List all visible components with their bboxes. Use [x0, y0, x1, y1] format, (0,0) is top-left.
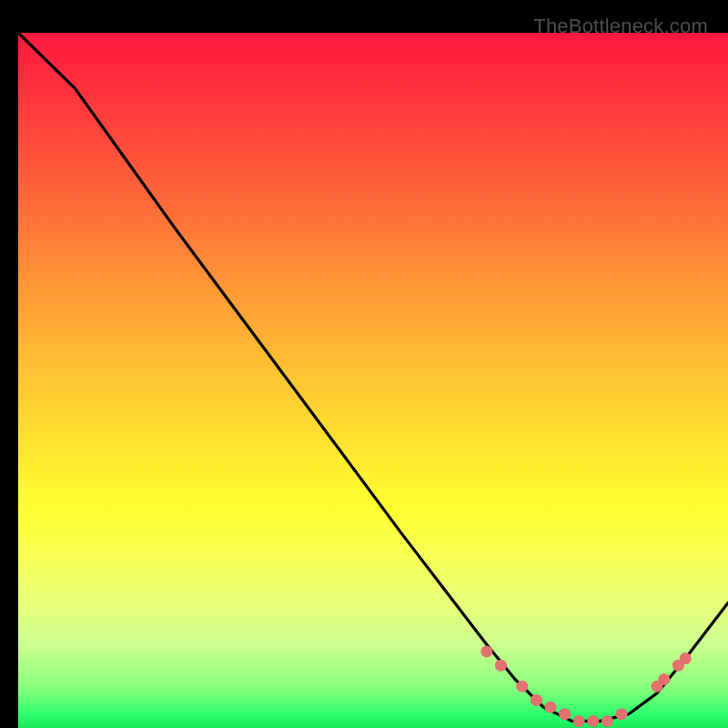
chart-markers — [480, 646, 691, 727]
chart-frame: TheBottleneck.com — [9, 9, 719, 719]
data-marker — [616, 708, 628, 720]
data-marker — [495, 660, 507, 672]
data-marker — [516, 681, 528, 693]
data-marker — [531, 694, 542, 706]
data-marker — [545, 702, 557, 713]
data-marker — [480, 646, 492, 658]
data-marker — [587, 715, 599, 727]
chart-line — [18, 33, 728, 721]
data-marker — [573, 715, 585, 727]
chart-svg — [18, 33, 728, 728]
data-marker — [658, 673, 670, 685]
data-marker — [680, 652, 692, 664]
curve-path — [18, 33, 728, 721]
data-marker — [559, 708, 571, 720]
data-marker — [602, 715, 613, 727]
